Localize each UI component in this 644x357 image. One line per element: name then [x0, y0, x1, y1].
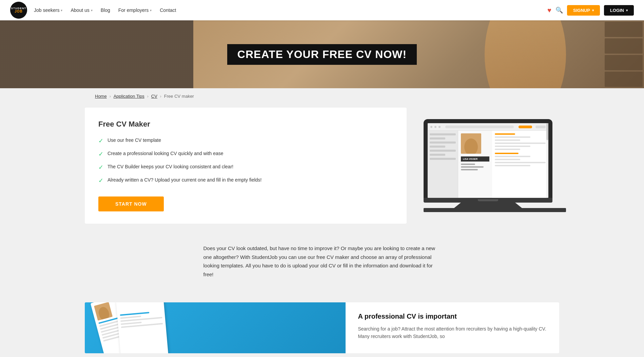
check-icon-2: ✓ — [98, 150, 103, 158]
chevron-down-icon: ▾ — [150, 8, 152, 12]
nav-contact[interactable]: Contact — [160, 7, 176, 13]
cv-name-box: LISA VISSER — [461, 156, 489, 162]
cv-paper2-line-1 — [120, 312, 149, 316]
login-button[interactable]: LOGIN ▾ — [604, 5, 634, 16]
logo-job-text: JOB — [11, 10, 26, 13]
hero-person — [474, 20, 576, 88]
cv-line-orange — [495, 133, 515, 135]
bottom-right-title: A professional CV is important — [358, 313, 547, 320]
sidebar-line-7 — [430, 158, 456, 160]
check-icon-4: ✓ — [98, 177, 103, 184]
cv-line-6 — [495, 156, 530, 157]
nav-job-seekers[interactable]: Job seekers ▾ — [34, 7, 62, 13]
cv-photo-silhouette — [464, 137, 478, 154]
site-logo[interactable]: STUDENT JOB — [10, 2, 27, 19]
cv-feature-3: ✓ The CV Builder keeps your CV looking c… — [98, 163, 393, 171]
hero-title-box: CREATE YOUR FREE CV NOW! — [227, 44, 417, 65]
favorites-icon[interactable]: ♥ — [547, 6, 551, 14]
hero-title: CREATE YOUR FREE CV NOW! — [237, 48, 407, 61]
breadcrumb-current: Free CV maker — [164, 94, 194, 99]
cv-maker-title: Free CV Maker — [98, 120, 393, 129]
navbar: STUDENT JOB Job seekers ▾ About us ▾ Blo… — [0, 0, 644, 20]
cv-line-8 — [495, 162, 546, 163]
cv-line-4 — [495, 146, 530, 147]
sidebar-line-5 — [430, 150, 456, 152]
cv-paper-photo — [94, 302, 113, 321]
ui-dot-1 — [430, 126, 432, 128]
hero-side-photos — [603, 20, 644, 88]
cv-ui: LISA VISSER — [428, 123, 548, 198]
bottom-left-image — [85, 302, 346, 353]
laptop: LISA VISSER — [424, 119, 552, 212]
photo-strip-4 — [605, 72, 643, 87]
sidebar-line-6 — [430, 154, 445, 156]
description-section: Does your CV look outdated, but have no … — [203, 237, 441, 285]
cv-photo — [461, 133, 481, 154]
cv-paper-2 — [116, 302, 169, 353]
cv-feature-1: ✓ Use our free CV template — [98, 137, 393, 145]
description-text: Does your CV look outdated, but have no … — [203, 244, 441, 279]
cv-line-2 — [495, 139, 520, 141]
sidebar-line-2 — [430, 137, 445, 139]
start-now-button[interactable]: START NOW — [98, 196, 164, 211]
cv-ui-sidebar — [428, 131, 458, 198]
cv-line-1 — [495, 136, 530, 138]
laptop-preview: LISA VISSER — [417, 108, 559, 224]
cv-ui-header — [428, 123, 548, 131]
cv-line-orange-2 — [495, 153, 519, 154]
cv-feature-4: ✓ Already written a CV? Upload your curr… — [98, 176, 393, 184]
cv-right-col — [492, 131, 548, 198]
photo-strip-1 — [605, 22, 643, 37]
main-content: Free CV Maker ✓ Use our free CV template… — [0, 104, 644, 357]
bottom-right-content: A professional CV is important Searching… — [346, 302, 559, 353]
sidebar-line-1 — [430, 133, 456, 135]
cv-ui-main: LISA VISSER — [458, 131, 548, 198]
nav-for-employers[interactable]: For employers ▾ — [118, 7, 152, 13]
cv-scrollbar — [546, 123, 548, 198]
cv-feature-text-4: Already written a CV? Upload your curren… — [108, 176, 261, 184]
cv-line-9 — [495, 165, 530, 166]
photo-strip-2 — [605, 38, 643, 54]
breadcrumb-sep-2: › — [147, 94, 149, 99]
cv-maker-card: Free CV Maker ✓ Use our free CV template… — [85, 108, 407, 224]
cv-left-col: LISA VISSER — [458, 131, 492, 198]
laptop-base — [424, 198, 552, 203]
ui-dot-3 — [438, 126, 441, 128]
cv-paper2-line-4 — [121, 322, 142, 325]
cv-line-3 — [495, 143, 546, 144]
bottom-section: A professional CV is important Searching… — [85, 302, 559, 353]
sidebar-line-3 — [430, 142, 456, 144]
breadcrumb-application-tips[interactable]: Application Tips — [114, 94, 144, 99]
hero-banner: CREATE YOUR FREE CV NOW! — [0, 20, 644, 88]
breadcrumb-sep-3: › — [160, 94, 161, 99]
laptop-screen-inner: LISA VISSER — [428, 123, 548, 198]
cv-feature-2: ✓ Create a professional looking CV quick… — [98, 150, 393, 158]
signup-button[interactable]: SIGNUP ▾ — [567, 5, 600, 16]
nav-blog[interactable]: Blog — [101, 7, 110, 13]
breadcrumb-sep-1: › — [110, 94, 111, 99]
search-icon[interactable]: 🔍 — [555, 6, 563, 14]
nav-about-us[interactable]: About us ▾ — [71, 7, 92, 13]
cv-feature-text-3: The CV Builder keeps your CV looking con… — [108, 163, 233, 170]
chevron-down-icon: ▾ — [91, 8, 93, 12]
check-icon-3: ✓ — [98, 164, 103, 171]
nav-links: Job seekers ▾ About us ▾ Blog For employ… — [34, 7, 547, 13]
cv-scrollbar-thumb — [546, 123, 548, 140]
breadcrumb-home[interactable]: Home — [95, 94, 107, 99]
cv-feature-text-2: Create a professional looking CV quickly… — [108, 150, 223, 157]
bottom-right-text: Searching for a job? Attract the most at… — [358, 325, 547, 340]
chevron-down-icon: ▾ — [592, 8, 594, 12]
nav-right-actions: ♥ 🔍 SIGNUP ▾ LOGIN ▾ — [547, 5, 634, 16]
cv-ui-body: LISA VISSER — [428, 131, 548, 198]
chevron-down-icon: ▾ — [626, 8, 628, 12]
breadcrumb-cv[interactable]: CV — [151, 94, 157, 99]
laptop-stand-wrap — [424, 203, 552, 208]
laptop-screen-outer: LISA VISSER — [424, 119, 552, 198]
breadcrumb: Home › Application Tips › CV › Free CV m… — [0, 88, 644, 104]
ui-dot-2 — [434, 126, 436, 128]
check-icon-1: ✓ — [98, 137, 103, 145]
cv-maker-section: Free CV Maker ✓ Use our free CV template… — [85, 108, 559, 224]
laptop-stand — [454, 203, 522, 208]
laptop-notch — [478, 199, 498, 201]
sidebar-line-4 — [430, 146, 445, 148]
